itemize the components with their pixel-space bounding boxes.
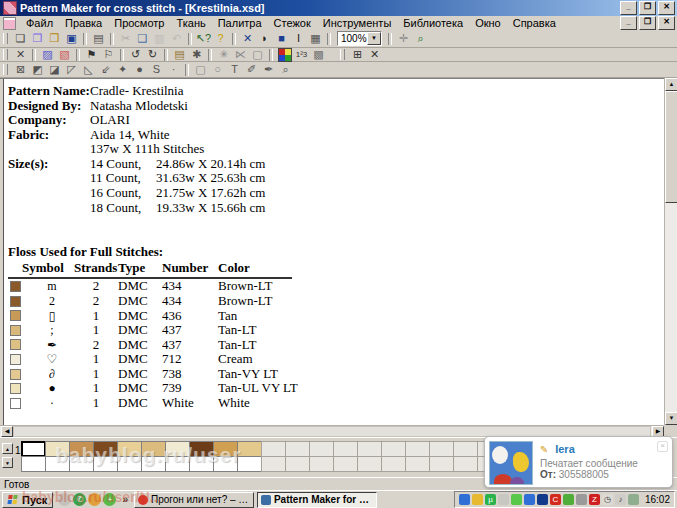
flip-vertical-icon[interactable]: ⚐ [100, 48, 117, 62]
menu-item[interactable]: Правка [59, 17, 108, 29]
new-pattern-icon[interactable]: ❐ [29, 32, 46, 46]
flip-horizontal-icon[interactable]: ⚑ [83, 48, 100, 62]
menu-item[interactable]: Просмотр [108, 17, 170, 29]
palette-symbol-cell[interactable] [93, 456, 118, 472]
palette-color-cell[interactable] [165, 441, 190, 457]
palette-symbol-cell[interactable] [141, 456, 166, 472]
palette-symbol-cell[interactable] [21, 456, 46, 472]
palette-row-down-button[interactable]: ▼ [2, 457, 13, 468]
toolbar-grip[interactable] [3, 33, 8, 44]
toolbar-grip[interactable] [340, 49, 345, 60]
palette-symbol-cell[interactable] [285, 456, 310, 472]
help-key-icon[interactable]: ? [212, 32, 229, 46]
palette-color-cell[interactable] [309, 441, 334, 457]
copy-icon[interactable]: ❑ [134, 32, 151, 46]
palette-color-cell[interactable] [69, 441, 94, 457]
utorrent-icon[interactable]: µ [485, 494, 496, 505]
clock[interactable]: 16:02 [645, 494, 670, 505]
palette-symbol-cell[interactable] [213, 456, 238, 472]
full-stitch-icon[interactable]: ⊠ [12, 63, 29, 77]
rotate-ccw-icon[interactable]: ↺ [127, 48, 144, 62]
restore-button[interactable]: ❐ [639, 1, 656, 15]
quarter-stitch-icon[interactable]: ◸ [63, 63, 80, 77]
menu-item[interactable]: Файл [20, 17, 59, 29]
close-button[interactable]: ✕ [658, 1, 675, 15]
petite-stitch-icon[interactable]: · [165, 63, 182, 77]
palette-symbol-cell[interactable] [117, 456, 142, 472]
palette-symbol-cell[interactable] [237, 456, 262, 472]
fit-window-icon[interactable]: ✛ [395, 32, 412, 46]
palette-grid-icon[interactable] [276, 48, 293, 62]
palette-color-cell[interactable] [381, 441, 406, 457]
contact-name[interactable]: Iera [555, 443, 575, 455]
shield-icon[interactable] [472, 494, 483, 505]
red-z-icon[interactable]: Z [589, 494, 600, 505]
palette-symbol-cell[interactable] [405, 456, 430, 472]
frame-icon[interactable]: ▦ [307, 32, 324, 46]
palette-symbol-cell[interactable] [189, 456, 214, 472]
mirror-copies-icon[interactable]: ✳ [215, 48, 232, 62]
menu-item[interactable]: Стежок [268, 17, 317, 29]
scroll-down-button[interactable]: ▼ [665, 412, 677, 425]
print-icon[interactable]: ▤ [90, 32, 107, 46]
symbol-text-icon[interactable]: I [290, 32, 307, 46]
context-help-icon[interactable]: ↖? [195, 32, 212, 46]
open-icon[interactable]: ❒ [46, 32, 63, 46]
numbers-view-icon[interactable]: 1²3 [293, 48, 310, 62]
add-green-icon[interactable]: + [103, 493, 116, 506]
notification-close-icon[interactable]: × [657, 441, 668, 452]
network-monitor-icon[interactable] [459, 494, 470, 505]
dropdown-arrow-icon[interactable]: ▼ [367, 32, 381, 45]
full-stitch-view-icon[interactable]: ✕ [239, 32, 256, 46]
close-button[interactable]: ✕ [658, 16, 675, 30]
vertical-scrollbar[interactable]: ▲ ▼ [664, 78, 677, 425]
display-icon[interactable] [524, 494, 535, 505]
cloud-icon[interactable] [628, 494, 639, 505]
blue-app-icon[interactable] [537, 494, 548, 505]
start-button[interactable]: Пуск [2, 492, 53, 508]
paste-icon[interactable]: ▥ [151, 32, 168, 46]
french-knot-icon[interactable]: ✦ [114, 63, 131, 77]
stamp-icon[interactable]: ▤ [171, 48, 188, 62]
messenger-icon[interactable]: ✆ [73, 493, 86, 506]
save-icon[interactable]: ▣ [63, 32, 80, 46]
half-stitch-view-icon[interactable]: ◗ [256, 32, 273, 46]
delete-icon[interactable]: ✕ [12, 48, 29, 62]
clock-icon[interactable]: ◷ [602, 494, 613, 505]
palette-color-cell[interactable] [357, 441, 382, 457]
cut-selection-icon[interactable]: ▧ [56, 48, 73, 62]
palette-color-cell[interactable] [237, 441, 262, 457]
palette-symbol-cell[interactable] [333, 456, 358, 472]
text-tool-icon[interactable]: T [226, 63, 243, 77]
palette-symbol-cell[interactable] [429, 456, 454, 472]
zoom-combo[interactable]: 100%▼ [337, 31, 382, 46]
select-ellipse-icon[interactable]: ○ [209, 63, 226, 77]
menu-item[interactable]: Палитра [212, 17, 268, 29]
half-stitch-top-icon[interactable]: ◩ [29, 63, 46, 77]
menu-item[interactable]: Окно [469, 17, 507, 29]
palette-color-cell[interactable] [213, 441, 238, 457]
motif-icon[interactable]: ✱ [188, 48, 205, 62]
palette-symbol-cell[interactable] [69, 456, 94, 472]
menu-item[interactable]: Ткань [170, 17, 211, 29]
new-icon[interactable]: ❏ [12, 32, 29, 46]
scroll-left-button[interactable]: ◀ [1, 426, 13, 437]
knife-tool-icon[interactable]: ✐ [243, 63, 260, 77]
eyedropper-icon[interactable]: ✒ [260, 63, 277, 77]
palette-color-cell[interactable] [429, 441, 454, 457]
toolbar-grip[interactable] [3, 64, 8, 75]
special-stitch-icon[interactable]: S [148, 63, 165, 77]
palette-symbol-cell[interactable] [381, 456, 406, 472]
palette-color-cell[interactable] [21, 441, 46, 457]
palette-color-cell[interactable] [405, 441, 430, 457]
palette-symbol-cell[interactable] [261, 456, 286, 472]
volume-icon[interactable]: ♪ [615, 494, 626, 505]
three-quarter-stitch-icon[interactable]: ◺ [80, 63, 97, 77]
palette-symbol-cell[interactable] [357, 456, 382, 472]
copy-selection-icon[interactable]: ▨ [39, 48, 56, 62]
palette-symbol-cell[interactable] [453, 456, 478, 472]
select-rect-icon[interactable]: ▢ [192, 63, 209, 77]
menu-item[interactable]: Инструменты [317, 17, 398, 29]
gray-app-icon[interactable] [576, 494, 587, 505]
palette-color-cell[interactable] [141, 441, 166, 457]
